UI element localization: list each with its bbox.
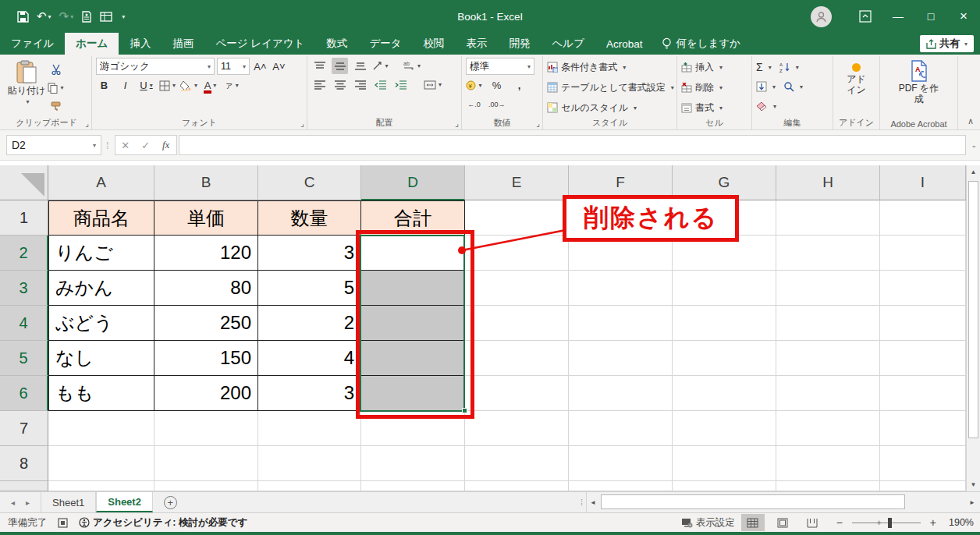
cell-b2[interactable]: 120	[154, 236, 258, 271]
zoom-out-button[interactable]: −	[836, 516, 843, 529]
cell[interactable]	[465, 481, 569, 491]
cell[interactable]	[673, 271, 776, 306]
cell[interactable]	[465, 271, 569, 306]
cell[interactable]	[361, 446, 465, 481]
cell[interactable]	[569, 271, 673, 306]
maximize-button[interactable]: □	[914, 0, 947, 33]
cell-c2[interactable]: 3	[258, 236, 361, 271]
cell[interactable]	[673, 446, 776, 481]
column-header-e[interactable]: E	[465, 165, 569, 200]
conditional-formatting-button[interactable]: 条件付き書式	[547, 59, 674, 75]
borders-button[interactable]	[159, 77, 176, 94]
zoom-level[interactable]: 190%	[943, 517, 974, 528]
cell-c5[interactable]: 4	[258, 341, 361, 376]
font-dialog-launcher[interactable]: ⌟	[300, 119, 304, 128]
share-button[interactable]: 共有 ▾	[920, 35, 974, 52]
cell[interactable]	[48, 411, 154, 446]
cell-c4[interactable]: 2	[258, 306, 361, 341]
number-dialog-launcher[interactable]: ⌟	[536, 119, 540, 128]
scroll-up-icon[interactable]: ▲	[967, 165, 980, 179]
cell[interactable]	[880, 271, 966, 306]
cell[interactable]	[465, 200, 569, 236]
tab-file[interactable]: ファイル	[0, 33, 65, 55]
cell[interactable]	[673, 481, 776, 491]
zoom-in-button[interactable]: +	[930, 516, 936, 529]
quick-print-icon[interactable]	[81, 11, 92, 23]
horizontal-scrollbar-thumb[interactable]	[601, 494, 905, 509]
column-header-c[interactable]: C	[258, 165, 361, 200]
sheet-nav-right-icon[interactable]: ▸	[26, 498, 30, 507]
ribbon-display-options-icon[interactable]	[849, 0, 882, 33]
cell[interactable]	[569, 306, 673, 341]
cell-a6[interactable]: もも	[48, 376, 154, 411]
cell-d4-selected[interactable]	[361, 306, 465, 341]
increase-decimal-icon[interactable]: ←.0	[466, 96, 482, 112]
cell-a2[interactable]: りんご	[48, 236, 154, 271]
vertical-scrollbar-thumb[interactable]	[968, 181, 978, 438]
find-select-button[interactable]	[783, 79, 803, 94]
collapse-ribbon-icon[interactable]: ∧	[968, 116, 974, 126]
middle-align-icon[interactable]	[332, 58, 348, 74]
tab-acrobat[interactable]: Acrobat	[595, 33, 654, 55]
row-header-2[interactable]: 2	[0, 236, 48, 271]
page-layout-view-icon[interactable]	[771, 514, 794, 531]
save-icon[interactable]	[17, 11, 29, 23]
cell[interactable]	[776, 411, 880, 446]
cell[interactable]	[569, 481, 673, 491]
fill-color-button[interactable]	[180, 77, 197, 94]
font-family-select[interactable]: 游ゴシック▾	[96, 58, 215, 75]
cell[interactable]	[776, 446, 880, 481]
display-settings-button[interactable]: 表示設定	[681, 516, 735, 530]
cell[interactable]	[880, 341, 966, 376]
cell[interactable]	[569, 376, 673, 411]
row-header-5[interactable]: 5	[0, 341, 48, 376]
font-color-button[interactable]: A	[202, 77, 218, 94]
vertical-scrollbar[interactable]: ▲ ▼	[966, 165, 980, 491]
number-format-select[interactable]: 標準▾	[466, 58, 534, 75]
bold-button[interactable]: B	[96, 77, 112, 94]
increase-indent-icon[interactable]	[392, 76, 409, 93]
cell[interactable]	[48, 446, 154, 481]
cell-b3[interactable]: 80	[154, 271, 258, 306]
underline-button[interactable]: U	[138, 77, 154, 94]
cell-d5-selected[interactable]	[361, 341, 465, 376]
row-header-3[interactable]: 3	[0, 271, 48, 306]
formula-bar-splitter[interactable]: ⁞	[106, 140, 110, 151]
cell[interactable]	[361, 411, 465, 446]
top-align-icon[interactable]	[311, 58, 328, 74]
tab-draw[interactable]: 描画	[162, 33, 204, 55]
phonetic-guide-button[interactable]: ァ	[223, 77, 240, 94]
cell-b4[interactable]: 250	[154, 306, 258, 341]
redo-button[interactable]: ↷▾	[59, 9, 74, 23]
new-sheet-icon[interactable]: +	[164, 496, 177, 509]
merge-center-icon[interactable]	[424, 76, 442, 93]
row-header-6[interactable]: 6	[0, 376, 48, 411]
tell-me-search[interactable]: 何をしますか	[654, 33, 749, 55]
clipboard-dialog-launcher[interactable]: ⌟	[85, 119, 89, 128]
cell[interactable]	[880, 481, 966, 491]
cell-a5[interactable]: なし	[48, 341, 154, 376]
wrap-text-icon[interactable]: ab	[403, 58, 421, 74]
tab-page-layout[interactable]: ページ レイアウト	[204, 33, 315, 55]
formula-bar-expand-icon[interactable]: ⌄	[971, 141, 977, 149]
page-break-view-icon[interactable]	[801, 514, 824, 531]
scroll-down-icon[interactable]: ▼	[967, 478, 980, 491]
cell[interactable]	[154, 411, 258, 446]
cell[interactable]	[258, 481, 361, 491]
tab-developer[interactable]: 開発	[499, 33, 541, 55]
row-header-8[interactable]: 8	[0, 446, 48, 481]
row-header-7[interactable]: 7	[0, 411, 48, 446]
font-size-select[interactable]: 11▾	[217, 58, 250, 75]
cell[interactable]	[776, 271, 880, 306]
clear-button[interactable]	[756, 98, 776, 114]
cell-a4[interactable]: ぶどう	[48, 306, 154, 341]
cell-d3-selected[interactable]	[361, 271, 465, 306]
column-header-b[interactable]: B	[154, 165, 258, 200]
cell[interactable]	[673, 411, 776, 446]
undo-button[interactable]: ↶▾	[37, 9, 51, 23]
zoom-slider-handle[interactable]	[888, 518, 892, 528]
insert-cells-button[interactable]: 挿入	[681, 59, 723, 75]
cell[interactable]	[465, 306, 569, 341]
minimize-button[interactable]: —	[882, 0, 914, 33]
paste-button[interactable]: 貼り付け	[5, 58, 48, 105]
